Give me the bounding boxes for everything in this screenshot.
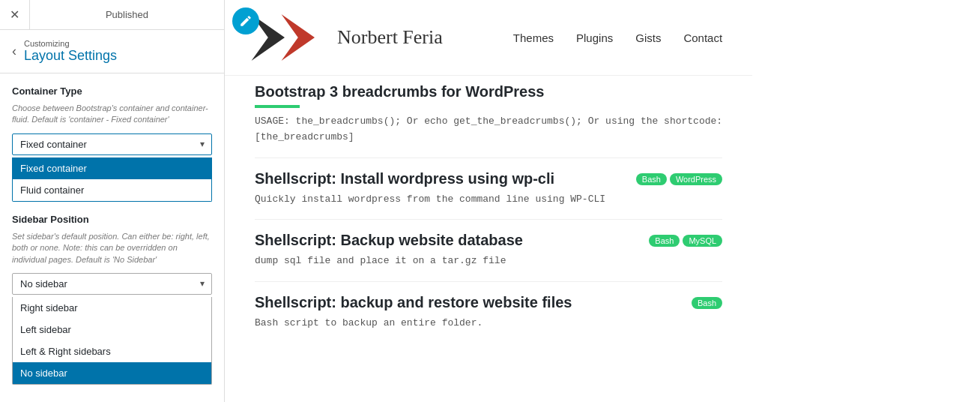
article-tags: Bash WordPress xyxy=(636,173,722,185)
nav-contact[interactable]: Contact xyxy=(683,32,722,44)
article-tags: Bash MySQL xyxy=(649,235,722,247)
sidebar-position-heading: Sidebar Position xyxy=(12,214,212,225)
article-item: Bootstrap 3 breadcrumbs for WordPress US… xyxy=(255,83,722,158)
pencil-icon xyxy=(239,14,252,28)
sidebar-option-right[interactable]: Right sidebar xyxy=(13,297,211,319)
right-content: Norbert Feria Themes Plugins Gists Conta… xyxy=(225,0,752,402)
close-icon: ✕ xyxy=(10,8,19,22)
tag-bash: Bash xyxy=(649,235,680,247)
sidebar-option-both[interactable]: Left & Right sidebars xyxy=(13,340,211,362)
article-title: Bootstrap 3 breadcrumbs for WordPress xyxy=(255,83,722,100)
site-nav: Themes Plugins Gists Contact xyxy=(513,32,722,44)
article-tags: Bash xyxy=(692,297,722,309)
tag-mysql: MySQL xyxy=(683,235,722,247)
back-button[interactable]: ‹ xyxy=(12,44,16,59)
nav-header: ‹ Customizing Layout Settings xyxy=(0,30,224,74)
left-panel: ✕ Published ‹ Customizing Layout Setting… xyxy=(0,0,225,402)
nav-plugins[interactable]: Plugins xyxy=(576,32,613,44)
tag-bash: Bash xyxy=(692,297,722,309)
site-header: Norbert Feria Themes Plugins Gists Conta… xyxy=(225,0,752,76)
container-option-fluid[interactable]: Fluid container xyxy=(13,179,211,201)
sidebar-dropdown-wrapper: No sidebar Right sidebar Left sidebar Le… xyxy=(12,273,212,295)
panel-content: Container Type Choose between Bootstrap'… xyxy=(0,74,224,402)
article-item: Shellscript: Backup website database dum… xyxy=(255,220,722,282)
article-divider xyxy=(255,105,300,108)
article-desc: Quickly install wordpress from the comma… xyxy=(255,192,636,208)
nav-themes[interactable]: Themes xyxy=(513,32,554,44)
nav-title: Customizing Layout Settings xyxy=(24,39,117,64)
article-item: Shellscript: Install wordpress using wp-… xyxy=(255,158,722,220)
sidebar-dropdown-open: Right sidebar Left sidebar Left & Right … xyxy=(12,297,212,385)
sidebar-option-left[interactable]: Left sidebar xyxy=(13,319,211,340)
tag-bash: Bash xyxy=(636,173,667,185)
container-type-desc: Choose between Bootstrap's container and… xyxy=(12,103,212,126)
site-name: Norbert Feria xyxy=(337,26,443,49)
close-button[interactable]: ✕ xyxy=(0,0,30,30)
article-content: Bootstrap 3 breadcrumbs for WordPress US… xyxy=(255,83,722,146)
sidebar-option-none[interactable]: No sidebar xyxy=(13,362,211,384)
nav-gists[interactable]: Gists xyxy=(635,32,661,44)
container-type-heading: Container Type xyxy=(12,86,212,97)
logo-area: Norbert Feria xyxy=(240,8,443,68)
article-content: Shellscript: backup and restore website … xyxy=(255,294,692,332)
sidebar-position-desc: Set sidebar's default position. Can eith… xyxy=(12,231,212,266)
tag-wordpress: WordPress xyxy=(670,173,722,185)
sidebar-section: Sidebar Position Set sidebar's default p… xyxy=(12,214,212,385)
layout-settings-label: Layout Settings xyxy=(24,48,117,64)
container-option-fixed[interactable]: Fixed container xyxy=(13,158,211,179)
article-desc: Bash script to backup an entire folder. xyxy=(255,316,692,332)
article-title: Shellscript: Install wordpress using wp-… xyxy=(255,170,636,188)
svg-marker-1 xyxy=(282,14,315,61)
article-item: Shellscript: backup and restore website … xyxy=(255,282,722,344)
article-desc: USAGE: the_breadcrumbs(); Or echo get_th… xyxy=(255,114,722,146)
sidebar-position-select[interactable]: No sidebar Right sidebar Left sidebar Le… xyxy=(12,273,212,295)
article-title: Shellscript: Backup website database xyxy=(255,232,649,249)
main-area: Bootstrap 3 breadcrumbs for WordPress US… xyxy=(225,76,752,402)
customizing-label: Customizing xyxy=(24,39,117,48)
article-content: Shellscript: Backup website database dum… xyxy=(255,232,649,269)
article-desc: dump sql file and place it on a tar.gz f… xyxy=(255,254,649,269)
edit-pencil-button[interactable] xyxy=(232,8,259,34)
container-dropdown-wrapper: Fixed container Fluid container ▾ xyxy=(12,134,212,155)
container-type-select[interactable]: Fixed container Fluid container xyxy=(12,134,212,155)
top-bar: ✕ Published xyxy=(0,0,224,30)
article-content: Shellscript: Install wordpress using wp-… xyxy=(255,170,636,208)
container-dropdown-open: Fixed container Fluid container xyxy=(12,158,212,202)
article-title: Shellscript: backup and restore website … xyxy=(255,294,692,311)
published-button[interactable]: Published xyxy=(30,9,224,20)
